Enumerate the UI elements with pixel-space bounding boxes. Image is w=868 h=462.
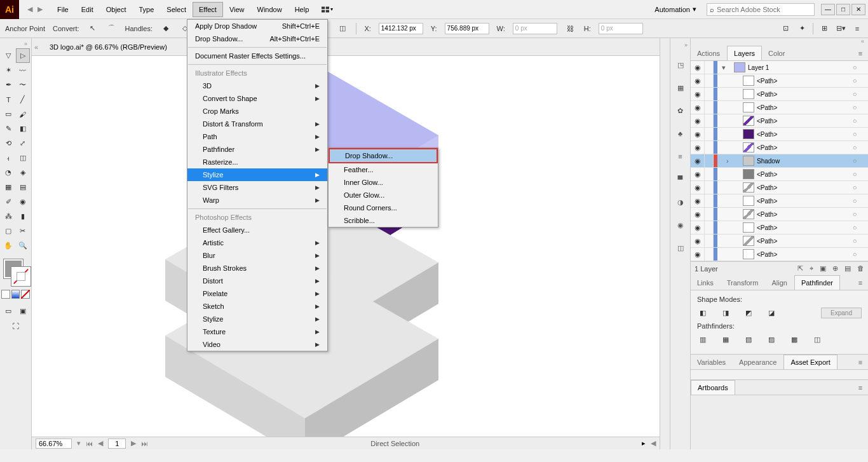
- shape-icon[interactable]: ✦: [796, 23, 808, 34]
- link-icon-2[interactable]: ◫: [337, 23, 348, 34]
- mesh-tool[interactable]: ▦: [1, 180, 16, 194]
- menu-item-drop-shadow[interactable]: Drop Shadow...Alt+Shift+Ctrl+E: [187, 32, 327, 45]
- zoom-dropdown[interactable]: 66.67%: [36, 438, 72, 449]
- panel-menu-icon[interactable]: ≡: [853, 46, 868, 60]
- magic-wand-tool[interactable]: ✶: [1, 63, 16, 78]
- target-icon[interactable]: ○: [849, 64, 860, 71]
- lock-cell[interactable]: [705, 74, 714, 87]
- layer-row[interactable]: ◉<Path>○: [691, 208, 868, 221]
- rectangle-tool[interactable]: ▭: [1, 107, 16, 121]
- visibility-icon[interactable]: ◉: [691, 181, 705, 194]
- lock-cell[interactable]: [705, 114, 714, 127]
- close-button[interactable]: ✕: [851, 4, 865, 15]
- grid-icon[interactable]: ⊞: [818, 23, 830, 34]
- blend-tool[interactable]: ◉: [16, 194, 31, 209]
- convert-corner-icon[interactable]: ↖: [87, 23, 98, 34]
- panels-collapse-icon[interactable]: «: [691, 38, 868, 46]
- link-wh-icon[interactable]: ⛓: [565, 23, 576, 34]
- lock-cell[interactable]: [705, 154, 714, 167]
- menu-window[interactable]: Window: [251, 2, 288, 17]
- menu-item-apply-drop-shadow[interactable]: Apply Drop ShadowShift+Ctrl+E: [187, 20, 327, 32]
- menu-item-document-raster-effects-settings[interactable]: Document Raster Effects Settings...: [187, 50, 327, 62]
- menu-edit[interactable]: Edit: [75, 2, 100, 17]
- target-icon[interactable]: ○: [849, 184, 860, 191]
- scroll-left-icon[interactable]: ◀: [651, 439, 656, 447]
- vertical-scrollbar[interactable]: [660, 38, 670, 449]
- exclude-icon[interactable]: ◪: [766, 307, 777, 318]
- y-input[interactable]: [445, 23, 489, 34]
- menu-item-texture[interactable]: Texture▶: [187, 325, 327, 338]
- layer-row[interactable]: ◉<Path>○: [691, 181, 868, 194]
- menu-item-artistic[interactable]: Artistic▶: [187, 236, 327, 249]
- tab-links[interactable]: Links: [691, 275, 721, 290]
- menu-item-rasterize[interactable]: Rasterize...: [187, 156, 327, 168]
- tab-actions[interactable]: Actions: [691, 46, 727, 60]
- menu-item-effect-gallery[interactable]: Effect Gallery...: [187, 224, 327, 236]
- lock-cell[interactable]: [705, 101, 714, 114]
- target-icon[interactable]: ○: [849, 157, 860, 165]
- menu-help[interactable]: Help: [288, 2, 316, 17]
- fill-stroke-swatches[interactable]: [1, 257, 30, 289]
- visibility-icon[interactable]: ◉: [691, 221, 705, 234]
- menu-item-feather[interactable]: Feather...: [329, 163, 438, 176]
- menu-item-path[interactable]: Path▶: [187, 130, 327, 143]
- handle-icon-1[interactable]: ◆: [160, 23, 172, 34]
- stroke-panel-icon[interactable]: ≡: [674, 150, 687, 163]
- visibility-icon[interactable]: ◉: [691, 114, 705, 127]
- panel-menu-icon[interactable]: ≡: [853, 355, 868, 369]
- align-icon[interactable]: ⊟▾: [835, 23, 846, 34]
- visibility-icon[interactable]: ◉: [691, 128, 705, 140]
- layer-row[interactable]: ◉<Path>○: [691, 128, 868, 141]
- rotate-tool[interactable]: ⟲: [1, 136, 16, 151]
- disclosure-icon[interactable]: ▾: [717, 61, 734, 74]
- nav-prev-icon[interactable]: ◀: [98, 439, 103, 447]
- tab-align[interactable]: Align: [765, 275, 794, 290]
- layer-row[interactable]: ◉<Path>○: [691, 114, 868, 128]
- menu-item-distort-transform[interactable]: Distort & Transform▶: [187, 118, 327, 130]
- nav-last-icon[interactable]: ⏭: [141, 440, 148, 447]
- target-icon[interactable]: ○: [849, 197, 860, 205]
- status-arrow-icon[interactable]: ▸: [642, 439, 646, 447]
- draw-mode-normal[interactable]: ▭: [1, 304, 16, 318]
- slice-tool[interactable]: ✂: [16, 224, 31, 238]
- curvature-tool[interactable]: 〜: [16, 78, 31, 92]
- visibility-icon[interactable]: ◉: [691, 61, 705, 74]
- minimize-button[interactable]: —: [821, 4, 835, 15]
- target-icon[interactable]: ○: [849, 77, 860, 85]
- direct-selection-tool[interactable]: ▷: [16, 48, 31, 63]
- artboard-tool[interactable]: ▢: [1, 224, 16, 238]
- tab-asset-export[interactable]: Asset Export: [783, 355, 837, 369]
- tab-appearance[interactable]: Appearance: [733, 355, 783, 369]
- target-icon[interactable]: ○: [849, 104, 860, 111]
- stroke-swatch[interactable]: [11, 267, 31, 286]
- libraries-panel-icon[interactable]: ▦: [674, 81, 687, 94]
- isolate-icon[interactable]: ⊡: [780, 23, 791, 34]
- target-icon[interactable]: ○: [849, 224, 860, 231]
- tab-transform[interactable]: Transform: [721, 275, 766, 290]
- target-icon[interactable]: ○: [849, 90, 860, 98]
- more-icon[interactable]: ≡: [851, 23, 863, 34]
- lock-cell[interactable]: [705, 141, 714, 154]
- gradient-panel-icon[interactable]: ▀: [674, 173, 687, 186]
- menu-item-distort[interactable]: Distort▶: [187, 275, 327, 287]
- menu-item-stylize[interactable]: Stylize▶: [187, 168, 327, 181]
- lock-cell[interactable]: [705, 234, 714, 247]
- line-tool[interactable]: ╱: [16, 92, 31, 107]
- nav-next-icon[interactable]: ▶: [131, 439, 136, 447]
- doc-expand-icon[interactable]: «: [32, 43, 41, 51]
- canvas[interactable]: [32, 56, 660, 437]
- lock-cell[interactable]: [705, 168, 714, 180]
- menu-type[interactable]: Type: [133, 2, 161, 17]
- menu-item-drop-shadow[interactable]: Drop Shadow...: [330, 149, 437, 162]
- menu-item-video[interactable]: Video▶: [187, 338, 327, 351]
- shape-builder-tool[interactable]: ◔: [1, 165, 16, 180]
- layer-row[interactable]: ◉<Path>○: [691, 74, 868, 88]
- layer-row[interactable]: ◉<Path>○: [691, 248, 868, 261]
- tab-variables[interactable]: Variables: [691, 355, 733, 369]
- nav-forward-icon[interactable]: ▶: [36, 5, 44, 14]
- target-icon[interactable]: ○: [849, 237, 860, 245]
- delete-layer-icon[interactable]: 🗑: [857, 264, 864, 273]
- brushes-panel-icon[interactable]: ✿: [674, 104, 687, 117]
- menu-item-3d[interactable]: 3D▶: [187, 79, 327, 92]
- lock-cell[interactable]: [705, 208, 714, 221]
